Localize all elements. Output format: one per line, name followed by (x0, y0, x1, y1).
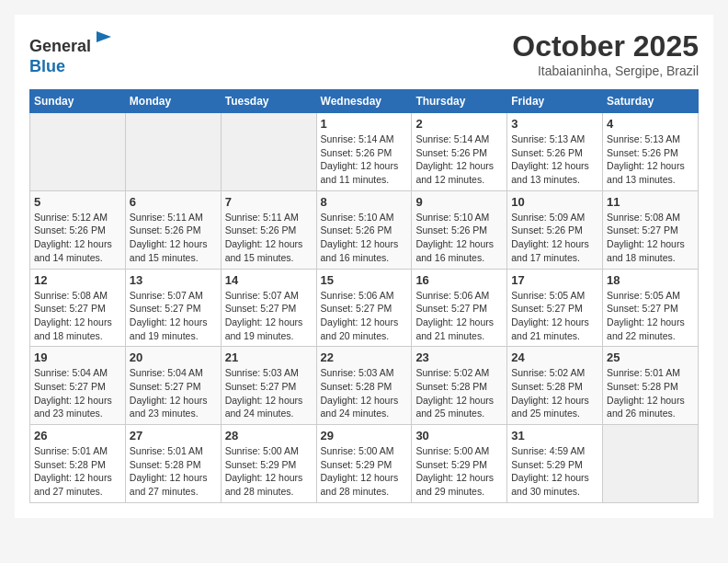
calendar-cell: 8Sunrise: 5:10 AM Sunset: 5:26 PM Daylig… (316, 190, 412, 269)
calendar-cell: 5Sunrise: 5:12 AM Sunset: 5:26 PM Daylig… (30, 190, 126, 269)
day-info: Sunrise: 5:02 AM Sunset: 5:28 PM Dayligh… (511, 366, 598, 420)
day-info: Sunrise: 5:14 AM Sunset: 5:26 PM Dayligh… (321, 132, 408, 187)
calendar-header-wednesday: Wednesday (316, 90, 412, 113)
calendar-cell: 3Sunrise: 5:13 AM Sunset: 5:26 PM Daylig… (507, 113, 603, 191)
day-info: Sunrise: 5:00 AM Sunset: 5:29 PM Dayligh… (415, 444, 503, 499)
day-info: Sunrise: 5:14 AM Sunset: 5:26 PM Dayligh… (415, 132, 503, 187)
day-number: 9 (415, 195, 503, 209)
day-number: 31 (511, 429, 598, 442)
day-number: 2 (415, 117, 503, 131)
calendar-header-tuesday: Tuesday (221, 90, 316, 113)
day-info: Sunrise: 5:07 AM Sunset: 5:27 PM Dayligh… (130, 289, 217, 343)
calendar-cell: 6Sunrise: 5:11 AM Sunset: 5:26 PM Daylig… (125, 190, 221, 269)
day-number: 11 (607, 195, 694, 209)
calendar-week-row: 1Sunrise: 5:14 AM Sunset: 5:26 PM Daylig… (30, 113, 699, 191)
calendar-cell: 31Sunrise: 4:59 AM Sunset: 5:29 PM Dayli… (507, 425, 603, 503)
calendar-header-saturday: Saturday (603, 90, 699, 113)
month-title: October 2025 (512, 29, 699, 63)
calendar-cell (603, 425, 699, 503)
logo: General Blue (29, 29, 115, 76)
day-number: 7 (225, 195, 313, 209)
calendar-cell: 17Sunrise: 5:05 AM Sunset: 5:27 PM Dayli… (507, 269, 603, 347)
day-number: 1 (321, 117, 408, 131)
day-number: 8 (321, 195, 408, 209)
day-number: 15 (321, 273, 408, 287)
day-info: Sunrise: 5:13 AM Sunset: 5:26 PM Dayligh… (511, 132, 598, 187)
calendar-week-row: 12Sunrise: 5:08 AM Sunset: 5:27 PM Dayli… (30, 269, 699, 347)
day-number: 30 (415, 429, 503, 442)
calendar-body: 1Sunrise: 5:14 AM Sunset: 5:26 PM Daylig… (30, 113, 699, 503)
day-number: 16 (415, 273, 503, 287)
day-number: 5 (34, 195, 121, 209)
logo-flag-icon (93, 29, 115, 52)
calendar-header-sunday: Sunday (30, 90, 126, 113)
day-number: 28 (225, 429, 313, 442)
calendar-cell: 16Sunrise: 5:06 AM Sunset: 5:27 PM Dayli… (412, 269, 507, 347)
day-number: 23 (415, 350, 503, 364)
calendar-cell: 1Sunrise: 5:14 AM Sunset: 5:26 PM Daylig… (316, 113, 412, 191)
day-number: 3 (511, 117, 598, 131)
calendar-cell: 26Sunrise: 5:01 AM Sunset: 5:28 PM Dayli… (30, 425, 126, 503)
calendar-cell: 13Sunrise: 5:07 AM Sunset: 5:27 PM Dayli… (125, 269, 221, 347)
calendar-cell: 22Sunrise: 5:03 AM Sunset: 5:28 PM Dayli… (316, 347, 412, 425)
calendar-week-row: 19Sunrise: 5:04 AM Sunset: 5:27 PM Dayli… (30, 347, 699, 425)
day-info: Sunrise: 5:00 AM Sunset: 5:29 PM Dayligh… (225, 444, 313, 499)
calendar-cell: 7Sunrise: 5:11 AM Sunset: 5:26 PM Daylig… (221, 190, 316, 269)
calendar-cell: 28Sunrise: 5:00 AM Sunset: 5:29 PM Dayli… (221, 425, 316, 503)
day-number: 27 (130, 429, 217, 442)
calendar-header-monday: Monday (125, 90, 221, 113)
day-number: 25 (607, 350, 694, 364)
calendar-cell: 30Sunrise: 5:00 AM Sunset: 5:29 PM Dayli… (412, 425, 507, 503)
day-info: Sunrise: 5:13 AM Sunset: 5:26 PM Dayligh… (607, 132, 694, 187)
day-info: Sunrise: 5:01 AM Sunset: 5:28 PM Dayligh… (607, 366, 694, 420)
calendar-cell: 23Sunrise: 5:02 AM Sunset: 5:28 PM Dayli… (412, 347, 507, 425)
calendar-cell: 9Sunrise: 5:10 AM Sunset: 5:26 PM Daylig… (412, 190, 507, 269)
day-number: 12 (34, 273, 121, 287)
calendar-cell: 14Sunrise: 5:07 AM Sunset: 5:27 PM Dayli… (221, 269, 316, 347)
day-number: 17 (511, 273, 598, 287)
day-info: Sunrise: 5:10 AM Sunset: 5:26 PM Dayligh… (321, 211, 408, 265)
svg-marker-0 (97, 31, 111, 42)
calendar-cell: 18Sunrise: 5:05 AM Sunset: 5:27 PM Dayli… (603, 269, 699, 347)
day-info: Sunrise: 5:02 AM Sunset: 5:28 PM Dayligh… (415, 366, 503, 420)
day-info: Sunrise: 5:03 AM Sunset: 5:28 PM Dayligh… (321, 366, 408, 420)
day-info: Sunrise: 5:05 AM Sunset: 5:27 PM Dayligh… (511, 289, 598, 343)
day-info: Sunrise: 5:03 AM Sunset: 5:27 PM Dayligh… (225, 366, 313, 420)
day-info: Sunrise: 5:05 AM Sunset: 5:27 PM Dayligh… (607, 289, 694, 343)
day-number: 29 (321, 429, 408, 442)
day-number: 24 (511, 350, 598, 364)
day-number: 6 (130, 195, 217, 209)
day-info: Sunrise: 5:11 AM Sunset: 5:26 PM Dayligh… (130, 211, 217, 265)
day-number: 10 (511, 195, 598, 209)
calendar-cell: 10Sunrise: 5:09 AM Sunset: 5:26 PM Dayli… (507, 190, 603, 269)
calendar-cell: 4Sunrise: 5:13 AM Sunset: 5:26 PM Daylig… (603, 113, 699, 191)
day-number: 13 (130, 273, 217, 287)
calendar-cell: 15Sunrise: 5:06 AM Sunset: 5:27 PM Dayli… (316, 269, 412, 347)
day-info: Sunrise: 4:59 AM Sunset: 5:29 PM Dayligh… (511, 444, 598, 499)
day-number: 4 (607, 117, 694, 131)
day-number: 20 (130, 350, 217, 364)
day-info: Sunrise: 5:08 AM Sunset: 5:27 PM Dayligh… (34, 289, 121, 343)
calendar-header-friday: Friday (507, 90, 603, 113)
day-info: Sunrise: 5:04 AM Sunset: 5:27 PM Dayligh… (34, 366, 121, 420)
calendar-cell (125, 113, 221, 191)
calendar-cell: 25Sunrise: 5:01 AM Sunset: 5:28 PM Dayli… (603, 347, 699, 425)
day-info: Sunrise: 5:09 AM Sunset: 5:26 PM Dayligh… (511, 211, 598, 265)
logo-blue: Blue (29, 57, 65, 75)
calendar-cell (221, 113, 316, 191)
calendar-header-thursday: Thursday (412, 90, 507, 113)
day-info: Sunrise: 5:11 AM Sunset: 5:26 PM Dayligh… (225, 211, 313, 265)
day-number: 19 (34, 350, 121, 364)
calendar: SundayMondayTuesdayWednesdayThursdayFrid… (29, 89, 699, 503)
calendar-cell: 2Sunrise: 5:14 AM Sunset: 5:26 PM Daylig… (412, 113, 507, 191)
title-block: October 2025 Itabaianinha, Sergipe, Braz… (512, 29, 699, 78)
calendar-cell: 11Sunrise: 5:08 AM Sunset: 5:27 PM Dayli… (603, 190, 699, 269)
calendar-cell: 20Sunrise: 5:04 AM Sunset: 5:27 PM Dayli… (125, 347, 221, 425)
header: General Blue October 2025 Itabaianinha, … (29, 29, 699, 78)
calendar-week-row: 5Sunrise: 5:12 AM Sunset: 5:26 PM Daylig… (30, 190, 699, 269)
day-info: Sunrise: 5:08 AM Sunset: 5:27 PM Dayligh… (607, 211, 694, 265)
calendar-cell: 19Sunrise: 5:04 AM Sunset: 5:27 PM Dayli… (30, 347, 126, 425)
location: Itabaianinha, Sergipe, Brazil (512, 63, 699, 78)
calendar-header-row: SundayMondayTuesdayWednesdayThursdayFrid… (30, 90, 699, 113)
day-info: Sunrise: 5:10 AM Sunset: 5:26 PM Dayligh… (415, 211, 503, 265)
